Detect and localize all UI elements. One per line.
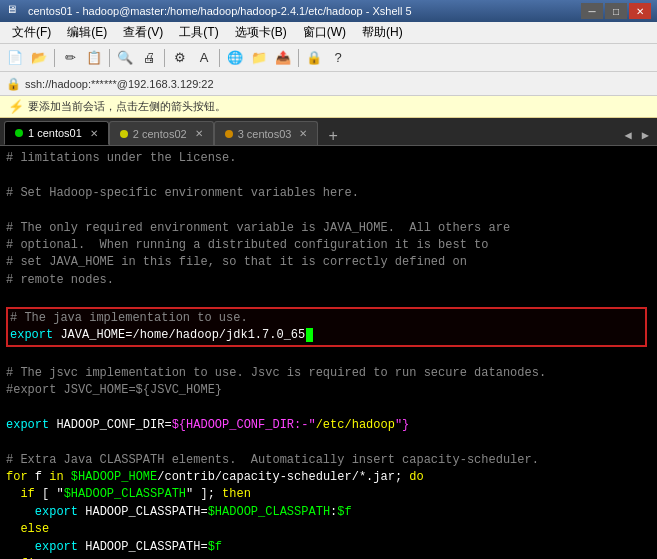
- titlebar: 🖥 centos01 - hadoop@master:/home/hadoop/…: [0, 0, 657, 22]
- line-blank-2: [6, 202, 651, 219]
- line-export-java: export JAVA_HOME=/home/hadoop/jdk1.7.0_6…: [10, 327, 643, 344]
- connect-button[interactable]: 🌐: [224, 47, 246, 69]
- line-jsvc-comment: # The jsvc implementation to use. Jsvc i…: [6, 365, 651, 382]
- menu-tools[interactable]: 工具(T): [171, 22, 226, 43]
- paste-button[interactable]: 📋: [83, 47, 105, 69]
- line-export-classpath1: export HADOOP_CLASSPATH=$HADOOP_CLASSPAT…: [6, 504, 651, 521]
- terminal[interactable]: # limitations under the License. # Set H…: [0, 146, 657, 559]
- tab-label-3: 3 centos03: [238, 128, 292, 140]
- tab-label-1: 1 centos01: [28, 127, 82, 139]
- menubar: 文件(F) 编辑(E) 查看(V) 工具(T) 选项卡(B) 窗口(W) 帮助(…: [0, 22, 657, 44]
- line-for: for f in $HADOOP_HOME/contrib/capacity-s…: [6, 469, 651, 486]
- help-toolbar-button[interactable]: ?: [327, 47, 349, 69]
- toolbar-sep-2: [109, 49, 110, 67]
- tab-next-button[interactable]: ▶: [638, 126, 653, 145]
- line-classpath-comment: # Extra Java CLASSPATH elements. Automat…: [6, 452, 651, 469]
- tab-prev-button[interactable]: ◀: [621, 126, 636, 145]
- copy-button[interactable]: ✏: [59, 47, 81, 69]
- new-session-button[interactable]: 📄: [4, 47, 26, 69]
- tab-label-2: 2 centos02: [133, 128, 187, 140]
- app-icon: 🖥: [6, 3, 22, 19]
- tab-status-dot-2: [120, 130, 128, 138]
- transfer-button[interactable]: 📁: [248, 47, 270, 69]
- toolbar-sep-5: [298, 49, 299, 67]
- menu-tabs[interactable]: 选项卡(B): [227, 22, 295, 43]
- menu-help[interactable]: 帮助(H): [354, 22, 411, 43]
- infobar-text: 要添加当前会话，点击左侧的箭头按钮。: [28, 99, 226, 114]
- line-java-comment: # The java implementation to use.: [10, 310, 643, 327]
- tab-centos02[interactable]: 2 centos02 ✕: [109, 121, 214, 145]
- tab-centos01[interactable]: 1 centos01 ✕: [4, 121, 109, 145]
- tab-close-1[interactable]: ✕: [90, 128, 98, 139]
- tab-close-2[interactable]: ✕: [195, 128, 203, 139]
- line-blank-6: [6, 434, 651, 451]
- tab-status-dot-3: [225, 130, 233, 138]
- menu-file[interactable]: 文件(F): [4, 22, 59, 43]
- close-button[interactable]: ✕: [629, 3, 651, 19]
- line-else: else: [6, 521, 651, 538]
- menu-view[interactable]: 查看(V): [115, 22, 171, 43]
- line-1: # limitations under the License.: [6, 150, 651, 167]
- lock-button[interactable]: 🔒: [303, 47, 325, 69]
- toolbar: 📄 📂 ✏ 📋 🔍 🖨 ⚙ A 🌐 📁 📤 🔒 ?: [0, 44, 657, 72]
- lock-icon: 🔒: [6, 77, 21, 91]
- highlighted-block: # The java implementation to use. export…: [6, 307, 647, 348]
- line-5: # The only required environment variable…: [6, 220, 651, 237]
- tab-status-dot-1: [15, 129, 23, 137]
- line-if: if [ "$HADOOP_CLASSPATH" ]; then: [6, 486, 651, 503]
- add-tab-button[interactable]: +: [322, 127, 343, 145]
- toolbar-sep-1: [54, 49, 55, 67]
- window-title: centos01 - hadoop@master:/home/hadoop/ha…: [28, 5, 581, 17]
- sftp-button[interactable]: 📤: [272, 47, 294, 69]
- maximize-button[interactable]: □: [605, 3, 627, 19]
- line-blank-1: [6, 167, 651, 184]
- minimize-button[interactable]: ─: [581, 3, 603, 19]
- tab-close-3[interactable]: ✕: [299, 128, 307, 139]
- line-8: # remote nodes.: [6, 272, 651, 289]
- info-icon: ⚡: [8, 99, 24, 114]
- line-jsvc-export: #export JSVC_HOME=${JSVC_HOME}: [6, 382, 651, 399]
- tab-centos03[interactable]: 3 centos03 ✕: [214, 121, 319, 145]
- toolbar-sep-4: [219, 49, 220, 67]
- tabbar: 1 centos01 ✕ 2 centos02 ✕ 3 centos03 ✕ +…: [0, 118, 657, 146]
- line-conf-dir: export HADOOP_CONF_DIR=${HADOOP_CONF_DIR…: [6, 417, 651, 434]
- infobar: ⚡ 要添加当前会话，点击左侧的箭头按钮。: [0, 96, 657, 118]
- menu-window[interactable]: 窗口(W): [295, 22, 354, 43]
- open-button[interactable]: 📂: [28, 47, 50, 69]
- toolbar-sep-3: [164, 49, 165, 67]
- line-3: # Set Hadoop-specific environment variab…: [6, 185, 651, 202]
- line-blank-4: [6, 347, 651, 364]
- line-7: # set JAVA_HOME in this file, so that it…: [6, 254, 651, 271]
- find-button[interactable]: 🔍: [114, 47, 136, 69]
- line-blank-3: [6, 289, 651, 306]
- print-button[interactable]: 🖨: [138, 47, 160, 69]
- line-blank-5: [6, 399, 651, 416]
- font-button[interactable]: A: [193, 47, 215, 69]
- tab-nav: ◀ ▶: [621, 126, 657, 145]
- line-6: # optional. When running a distributed c…: [6, 237, 651, 254]
- address-text: ssh://hadoop:******@192.168.3.129:22: [25, 78, 651, 90]
- line-export-classpath2: export HADOOP_CLASSPATH=$f: [6, 539, 651, 556]
- settings-button[interactable]: ⚙: [169, 47, 191, 69]
- window-controls: ─ □ ✕: [581, 3, 651, 19]
- menu-edit[interactable]: 编辑(E): [59, 22, 115, 43]
- addressbar: 🔒 ssh://hadoop:******@192.168.3.129:22: [0, 72, 657, 96]
